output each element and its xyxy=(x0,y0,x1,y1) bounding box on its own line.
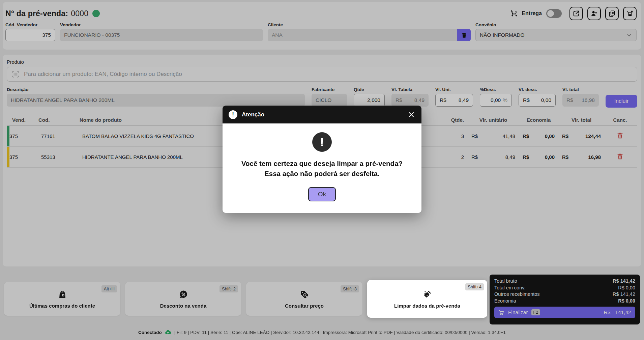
close-icon xyxy=(407,111,415,119)
message-line-2: Essa ação não poderá ser desfeita. xyxy=(229,169,415,179)
shortcut-badge: Shift+4 xyxy=(465,283,484,290)
exclamation-circle-icon: ! xyxy=(229,110,237,119)
pos-app: N° da pré-venda:0000 Entrega xyxy=(0,0,644,340)
broom-icon xyxy=(422,289,432,300)
message-line-1: Você tem certeza que deseja limpar a pré… xyxy=(229,159,415,169)
exclamation-circle-icon: ! xyxy=(312,132,332,152)
dialog-message: Você tem certeza que deseja limpar a pré… xyxy=(229,159,415,178)
action-label: Limpar dados da pré-venda xyxy=(394,303,460,309)
atencao-dialog: ! Atenção ! Você tem certeza que deseja … xyxy=(223,106,421,213)
dialog-title: Atenção xyxy=(242,111,403,118)
dialog-body: ! Você tem certeza que deseja limpar a p… xyxy=(223,123,421,213)
ok-button[interactable]: Ok xyxy=(308,187,336,201)
limpar-pre-venda-button[interactable]: Shift+4 Limpar dados da pré-venda xyxy=(367,280,487,318)
dialog-header: ! Atenção xyxy=(223,106,421,123)
close-dialog-button[interactable] xyxy=(407,111,415,119)
